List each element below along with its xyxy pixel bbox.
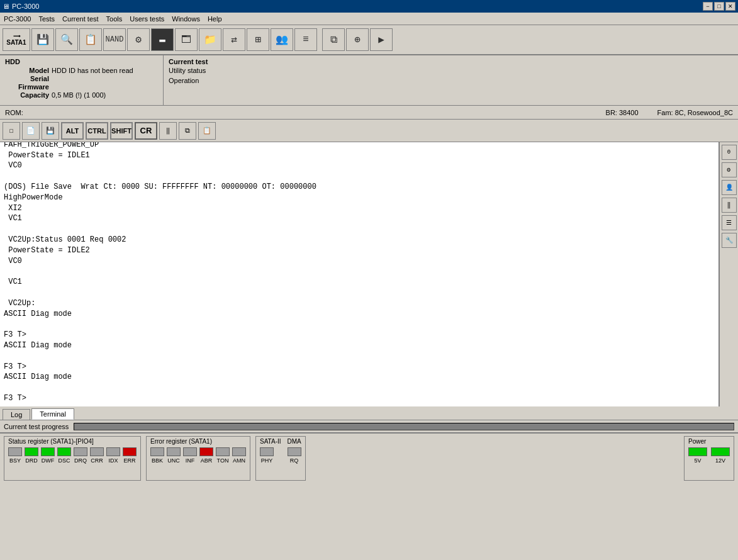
label-idx: IDX xyxy=(108,457,118,464)
menu-pc3000[interactable]: PC-3000 xyxy=(0,13,35,25)
terminal-line: ASCII Diag mode xyxy=(4,309,715,320)
rom-bar: ROM: BR: 38400 Fam: 8C, Rosewood_8C xyxy=(0,106,738,120)
toolbar-transfer[interactable]: ⇄ xyxy=(223,28,245,51)
progress-bar: Current test progress xyxy=(0,420,738,433)
rp-pause[interactable]: ‖ xyxy=(722,198,737,213)
terminal-line: VC2Up: xyxy=(4,298,715,309)
terminal-line: VC0 xyxy=(4,256,715,267)
cmd-shift[interactable]: SHIFT xyxy=(110,122,133,140)
label-ton: TON xyxy=(217,457,229,464)
br-value: BR: 38400 xyxy=(606,109,639,116)
tabs-bar: Log Terminal xyxy=(0,406,738,420)
terminal-output[interactable]: CSpd= 3GbpsDSCResetAbortDstResetAbortDST… xyxy=(0,142,719,406)
cmd-pause[interactable]: ‖ xyxy=(159,122,177,140)
model-value: HDD ID has not been read xyxy=(52,67,133,74)
label-drd: DRD xyxy=(25,457,38,464)
toolbar-arrow[interactable]: ▶ xyxy=(370,28,393,51)
terminal-line: HighPowerMode xyxy=(4,193,715,203)
power-indicators: 5V12V xyxy=(688,447,730,464)
cmd-open[interactable]: 📄 xyxy=(22,122,40,140)
title-bar-controls: − □ ✕ xyxy=(703,2,735,11)
title-bar-left: 🖥 PC-3000 xyxy=(3,3,39,10)
menu-windows[interactable]: Windows xyxy=(168,13,204,25)
menu-help[interactable]: Help xyxy=(204,13,226,25)
capacity-label: Capacity xyxy=(5,91,49,99)
menu-users-tests[interactable]: Users tests xyxy=(126,13,168,25)
label-drq: DRQ xyxy=(74,457,87,464)
cmd-alt[interactable]: ALT xyxy=(61,122,84,140)
model-label: Model xyxy=(5,67,49,74)
toolbar-folder[interactable]: 📁 xyxy=(199,28,221,51)
light-drq xyxy=(74,447,87,456)
sata-selector[interactable]: ⟶ SATA1 xyxy=(3,28,30,51)
toolbar-save[interactable]: 💾 xyxy=(31,28,54,51)
menu-tools[interactable]: Tools xyxy=(103,13,126,25)
error-indicator-unc: UNC xyxy=(167,447,181,464)
capacity-value: 0,5 MB (!) (1 000) xyxy=(52,91,106,99)
light-ton xyxy=(216,447,230,456)
terminal-line: VC1 xyxy=(4,277,715,288)
cmd-cr[interactable]: CR xyxy=(135,122,157,140)
terminal-line: FAFH_TRIGGER_POWER_UP xyxy=(4,142,715,150)
label-unc: UNC xyxy=(167,457,180,464)
toolbar-window[interactable]: 🗔 xyxy=(175,28,198,51)
command-toolbar: ☐ 📄 💾 ALT CTRL SHIFT CR ‖ ⧉ 📋 xyxy=(0,120,738,142)
error-indicator-bbk: BBK xyxy=(150,447,164,464)
restore-button[interactable]: □ xyxy=(714,2,724,11)
terminal-line xyxy=(4,224,715,235)
main-area: CSpd= 3GbpsDSCResetAbortDstResetAbortDST… xyxy=(0,142,738,406)
status-bottom: Status register (SATA1)-[PIO4] BSYDRDDWF… xyxy=(0,433,738,483)
tab-log[interactable]: Log xyxy=(3,409,30,420)
rp-gear[interactable]: ⚙ xyxy=(722,162,737,177)
toolbar-scan[interactable]: ⊕ xyxy=(346,28,369,51)
status-indicator-err: ERR xyxy=(123,447,137,464)
label-crr: CRR xyxy=(91,457,103,464)
toolbar-copy-drive[interactable]: 📋 xyxy=(79,28,102,51)
toolbar-people[interactable]: 👥 xyxy=(271,28,293,51)
terminal-line xyxy=(4,383,715,393)
terminal-line: ASCII Diag mode xyxy=(4,372,715,383)
terminal-line: VC0 xyxy=(4,160,715,171)
rp-user[interactable]: 👤 xyxy=(722,180,737,195)
cmd-paste[interactable]: 📋 xyxy=(198,122,216,140)
toolbar-search[interactable]: 🔍 xyxy=(55,28,78,51)
power-indicator-12v: 12V xyxy=(711,447,730,464)
rp-counter[interactable]: 0 xyxy=(722,145,737,160)
cmd-copy[interactable]: ⧉ xyxy=(179,122,196,140)
close-button[interactable]: ✕ xyxy=(725,2,735,11)
toolbar-black[interactable]: ▬ xyxy=(151,28,174,51)
light-dsc xyxy=(57,447,71,456)
light-unc xyxy=(167,447,181,456)
light-sata-phy xyxy=(260,447,274,456)
tab-terminal[interactable]: Terminal xyxy=(31,408,74,420)
toolbar-gear[interactable]: ⚙ xyxy=(127,28,150,51)
cmd-ctrl[interactable]: CTRL xyxy=(86,122,108,140)
hdd-section-title: HDD xyxy=(5,58,158,65)
sata-title: SATA-II xyxy=(260,438,281,445)
menu-tests[interactable]: Tests xyxy=(35,13,59,25)
label-power-5v: 5V xyxy=(694,457,701,464)
cmd-save-script[interactable]: 💾 xyxy=(42,122,59,140)
rp-wrench[interactable]: 🔧 xyxy=(722,233,737,248)
label-dwf: DWF xyxy=(42,457,55,464)
terminal-line: VC2Up:Status 0001 Req 0002 xyxy=(4,235,715,245)
toolbar-grid[interactable]: ⊞ xyxy=(247,28,269,51)
status-register-group: Status register (SATA1)-[PIO4] BSYDRDDWF… xyxy=(4,436,141,481)
cmd-new[interactable]: ☐ xyxy=(3,122,20,140)
menu-bar: PC-3000 Tests Current test Tools Users t… xyxy=(0,13,738,25)
menu-current-test[interactable]: Current test xyxy=(59,13,102,25)
toolbar-copy2[interactable]: ⧉ xyxy=(322,28,345,51)
rp-list[interactable]: ☰ xyxy=(722,215,737,230)
light-bbk xyxy=(150,447,164,456)
label-bsy: BSY xyxy=(9,457,21,464)
light-err xyxy=(123,447,137,456)
sata-label: SATA1 xyxy=(6,39,26,46)
toolbar-list[interactable]: ≡ xyxy=(294,28,317,51)
power-title: Power xyxy=(688,438,730,445)
minimize-button[interactable]: − xyxy=(703,2,713,11)
current-test-title: Current test xyxy=(169,58,733,65)
light-idx xyxy=(106,447,120,456)
title-text: PC-3000 xyxy=(12,3,39,10)
error-indicator-ton: TON xyxy=(216,447,230,464)
toolbar-settings2[interactable]: NAND xyxy=(103,28,126,51)
